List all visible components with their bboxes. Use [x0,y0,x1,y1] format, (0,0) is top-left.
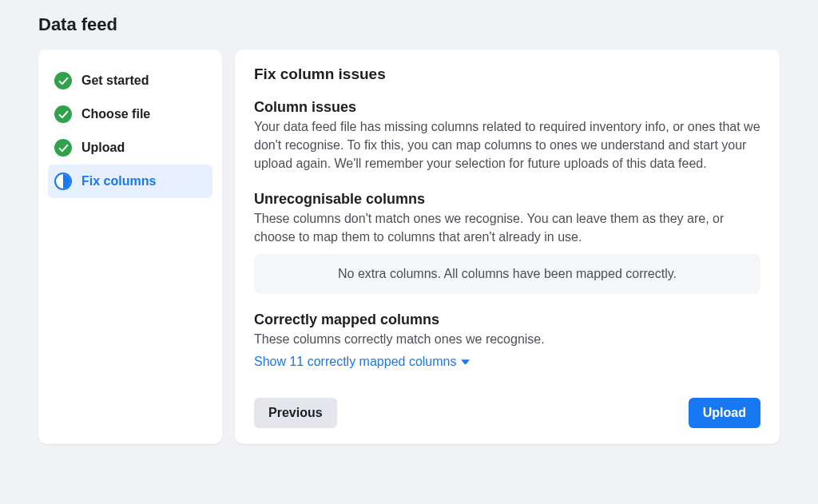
check-icon [54,105,72,123]
step-label: Get started [81,73,149,88]
section-description: Your data feed file has missing columns … [254,117,760,173]
show-link-text: Show 11 correctly mapped columns [254,355,456,369]
step-label: Choose file [81,107,150,121]
section-column-issues: Column issues Your data feed file has mi… [254,99,760,173]
step-upload[interactable]: Upload [48,131,212,165]
section-heading: Unrecognisable columns [254,191,760,208]
show-mapped-columns-link[interactable]: Show 11 correctly mapped columns [254,355,470,369]
step-get-started[interactable]: Get started [48,64,212,97]
check-icon [54,72,72,89]
half-circle-icon [54,173,72,190]
step-choose-file[interactable]: Choose file [48,97,212,131]
step-label: Fix columns [81,174,156,189]
sidebar: Get started Choose file Upload Fix [38,50,222,444]
section-correctly-mapped: Correctly mapped columns These columns c… [254,312,760,369]
step-list: Get started Choose file Upload Fix [48,64,212,198]
check-icon [54,139,72,157]
upload-button[interactable]: Upload [689,398,760,428]
caret-down-icon [461,358,470,367]
step-fix-columns[interactable]: Fix columns [48,165,212,198]
layout: Get started Choose file Upload Fix [38,50,780,444]
section-heading: Correctly mapped columns [254,312,760,328]
step-label: Upload [81,141,125,155]
previous-button[interactable]: Previous [254,398,337,428]
info-box: No extra columns. All columns have been … [254,254,760,294]
section-heading: Column issues [254,99,760,116]
main-title: Fix column issues [254,65,760,83]
main-panel: Fix column issues Column issues Your dat… [235,50,780,444]
section-description: These columns don't match ones we recogn… [254,209,760,246]
section-description: These columns correctly match ones we re… [254,330,760,348]
footer-actions: Previous Upload [254,388,760,428]
section-unrecognisable: Unrecognisable columns These columns don… [254,191,760,294]
page-title: Data feed [38,14,780,35]
